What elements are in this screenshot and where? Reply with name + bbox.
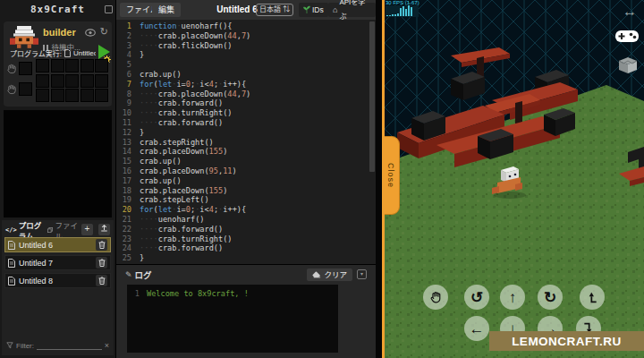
trash-icon	[98, 259, 106, 267]
inventory-slot[interactable]	[65, 89, 79, 102]
eye-icon[interactable]	[85, 29, 96, 37]
sprout-icon	[303, 5, 310, 14]
inventory-slot[interactable]	[51, 89, 64, 102]
code-line[interactable]: 12}	[116, 128, 376, 138]
crab-avatar	[8, 26, 40, 51]
language-select[interactable]: 日本語 ⇅	[256, 4, 293, 16]
code-line[interactable]: 17crab.up()	[116, 176, 376, 186]
clear-filter-icon[interactable]: ×	[105, 341, 109, 350]
code-line[interactable]: 1function·uenoharf(){	[116, 21, 376, 31]
delete-program-button[interactable]	[96, 257, 107, 268]
editor-scrollbar[interactable]	[369, 21, 375, 172]
filter-icon	[6, 342, 13, 349]
box-icon[interactable]	[617, 55, 639, 73]
run-target: Untitled 6	[73, 49, 96, 57]
control-arrow-up-button[interactable]: ↑	[500, 285, 525, 310]
code-line[interactable]: 22····crab.forward()	[116, 225, 376, 234]
code-line[interactable]: 16crab.placeDown(95,11)	[116, 166, 376, 176]
control-arrow-left-button[interactable]: ←	[464, 316, 489, 341]
log-options-icon[interactable]: ▾	[357, 269, 367, 279]
hand-slot[interactable]	[19, 82, 32, 96]
import-program-button[interactable]	[98, 224, 110, 235]
code-line[interactable]: 10····crab.turnRight()	[116, 108, 376, 118]
code-line[interactable]: 14crab.placeDown(155)	[116, 147, 376, 157]
inventory-slot[interactable]	[95, 89, 108, 102]
code-line[interactable]: 6crab.up()	[116, 70, 376, 80]
fps-counter: 30 FPS (1-67)	[386, 0, 421, 5]
code-line[interactable]: 5	[116, 60, 376, 70]
edit-menu-button[interactable]: 編集	[152, 3, 181, 17]
code-line[interactable]: 2····crab.placeDown(44,7)	[116, 31, 376, 41]
control-rotate-ccw-button[interactable]: ↺	[464, 285, 489, 310]
watermark-text: LEMONCRAFT.RU	[512, 335, 622, 348]
learn-api-button[interactable]: ⌂ APIを学ぶ	[328, 3, 376, 17]
close-panel-tab[interactable]: Close	[385, 136, 400, 215]
upload-icon	[100, 224, 108, 232]
control-rotate-cw-button[interactable]: ↻	[538, 285, 563, 310]
reload-icon[interactable]: ↻	[100, 26, 108, 38]
trash-icon	[98, 277, 106, 285]
menubar: ファイル 編集 Untitled 6 日本語 ⇅ IDs ⌂ APIを学ぶ	[116, 0, 376, 20]
code-line[interactable]: 8····crab.placeDown(44,7)	[116, 90, 376, 99]
control-hand-button[interactable]	[423, 285, 448, 310]
inventory-slot[interactable]	[95, 59, 108, 72]
fps-histogram	[386, 5, 419, 17]
inventory-slot[interactable]	[51, 59, 64, 72]
code-editor[interactable]: 1function·uenoharf(){2····crab.placeDown…	[116, 20, 376, 264]
inventory-slot[interactable]	[80, 59, 94, 72]
delete-program-button[interactable]	[96, 275, 107, 286]
inventory-slot[interactable]	[65, 59, 79, 72]
code-line[interactable]: 25}	[116, 253, 376, 263]
code-line[interactable]: 15crab.up()	[116, 157, 376, 166]
resize-horizontal-icon[interactable]: ↔	[623, 4, 637, 20]
trash-icon	[98, 241, 106, 249]
hand-slot-icon	[6, 83, 18, 95]
code-line[interactable]: 19crab.stepLeft()	[116, 195, 376, 205]
inventory-slot[interactable]	[36, 59, 49, 72]
home-icon: ⌂	[333, 3, 337, 17]
filter-input[interactable]	[37, 342, 102, 350]
eraser-icon	[312, 271, 321, 278]
inventory-slot[interactable]	[80, 89, 94, 102]
program-panel: </> プログラム ファイル + Untitled 6Untitled 7Unt…	[2, 220, 114, 355]
log-icon: ✎	[125, 270, 132, 279]
log-panel: ✎ ログ クリア ▾ 1Welcome to 8x9craft, !	[116, 264, 376, 358]
code-line[interactable]: 18crab.placeDown(155)	[116, 186, 376, 196]
code-line[interactable]: 7for(let·i=0;·i<4;·i++){	[116, 80, 376, 90]
code-line[interactable]: 9····crab.forward()	[116, 98, 376, 108]
app-logo: 8x9Craft	[30, 4, 85, 15]
inventory-slot[interactable]	[80, 74, 94, 88]
log-entry: 1Welcome to 8x9craft, !	[127, 288, 338, 299]
inventory-grid	[36, 59, 108, 102]
code-line[interactable]: 11····crab.forward()	[116, 118, 376, 128]
inventory-slot[interactable]	[95, 74, 108, 88]
control-turn-up-button[interactable]	[580, 285, 605, 310]
program-list-item[interactable]: Untitled 7	[4, 255, 111, 270]
code-line[interactable]: 13crab.stepRight()	[116, 138, 376, 148]
code-line[interactable]: 3····crab.flickDown()	[116, 41, 376, 51]
clear-log-button[interactable]: クリア	[307, 268, 352, 281]
add-program-button[interactable]: +	[81, 224, 93, 235]
delete-program-button[interactable]	[96, 239, 107, 251]
game-viewport[interactable]: 30 FPS (1-67) ↔ Close ↺↑↻←↓→ LE	[385, 0, 644, 358]
code-line[interactable]: 4}	[116, 50, 376, 60]
world-map-area	[4, 110, 112, 217]
code-line[interactable]: 23····crab.turnRight()	[116, 234, 376, 244]
program-list-item[interactable]: Untitled 6	[4, 237, 111, 252]
code-line[interactable]: 21····uenoharf()	[116, 215, 376, 225]
code-line[interactable]: 24····crab.forward()	[116, 243, 376, 253]
sidebar-collapse-icon[interactable]	[105, 5, 113, 13]
robot-card: builder ↻ 待機中... プログラム実行: Untitled 6	[4, 21, 112, 107]
inventory-slot[interactable]	[36, 74, 49, 88]
inventory-slot[interactable]	[36, 89, 49, 102]
watermark-banner: LEMONCRAFT.RU	[489, 331, 644, 351]
ids-button[interactable]: IDs	[299, 3, 328, 17]
gamepad-icon[interactable]	[615, 29, 639, 44]
inventory-slot[interactable]	[51, 74, 64, 88]
inventory-slot[interactable]	[65, 74, 79, 88]
8x9craft-app: 8x9Craft builder ↻ 待機中...	[0, 0, 644, 358]
program-list-item[interactable]: Untitled 8	[4, 273, 111, 288]
code-line[interactable]: 20for(let·i=0;·i<4;·i++){	[116, 205, 376, 215]
hand-slot[interactable]	[19, 62, 32, 75]
log-title: ログ	[135, 268, 152, 281]
